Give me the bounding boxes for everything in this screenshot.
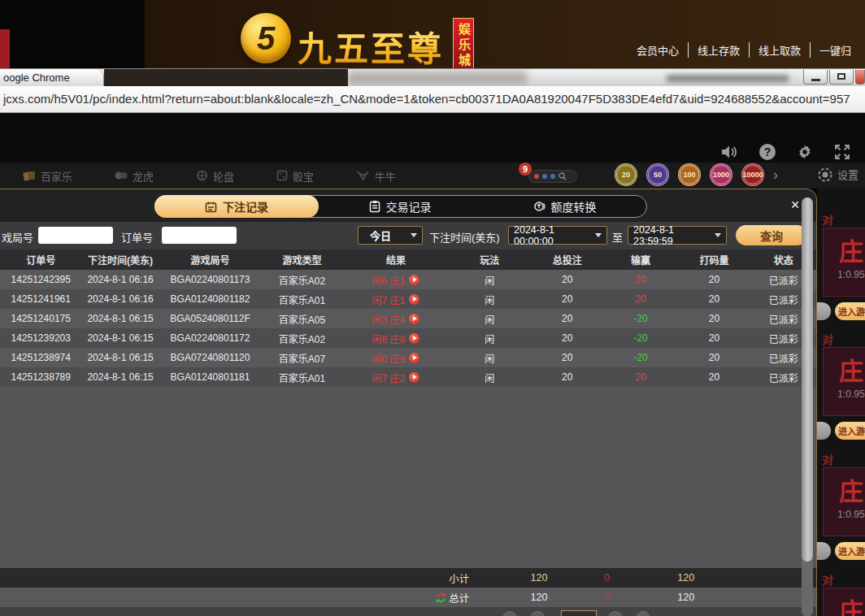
scrollbar-thumb[interactable]	[802, 197, 813, 562]
banker-odds: 1:0.95	[824, 388, 865, 400]
chip-1000[interactable]: 1000	[710, 163, 732, 186]
member-center-link[interactable]: 会员中心	[628, 42, 689, 58]
settings-gear-icon[interactable]	[797, 144, 813, 160]
round-filter-label: 戏局号	[2, 229, 33, 245]
tab-bet-records[interactable]: 下注记录	[154, 195, 319, 218]
enter-game-button[interactable]: 进入游戏	[835, 422, 865, 440]
first-page-button[interactable]	[502, 611, 517, 616]
table-body: 14251242395 2024-8-1 06:16 BGA0224080117…	[0, 270, 816, 387]
url-text[interactable]: jcxs.com/h5V01/pc/index.html?return=abou…	[0, 86, 865, 112]
tab-label: 额度转换	[551, 198, 597, 215]
tab-label: 下注记录	[223, 198, 268, 215]
col-header-round-id: 游戏局号	[159, 253, 262, 267]
close-window-button[interactable]	[855, 70, 865, 85]
nav-item-baccarat[interactable]: 百家乐	[23, 168, 72, 184]
help-icon[interactable]: ?	[759, 144, 776, 160]
nav-item-dragon-tiger[interactable]: 龙虎	[115, 168, 154, 184]
cell-play: 闲	[449, 351, 530, 365]
replay-play-icon[interactable]	[409, 314, 419, 324]
nav-item-label: 牛牛	[375, 168, 396, 184]
page-number-input[interactable]	[561, 610, 597, 616]
demo-button[interactable]	[817, 542, 831, 560]
search-button[interactable]: 查询	[736, 225, 807, 245]
grand-total-row: 总计 120 0 120	[0, 588, 816, 607]
banker-bet-zone[interactable]: 庄1:0.95	[823, 228, 865, 297]
pager-dot[interactable]	[550, 174, 555, 179]
browser-title-bar[interactable]: oogle Chrome	[0, 68, 865, 88]
result-text: 闲3 庄4	[372, 312, 406, 326]
pair-bet-label: 对	[822, 211, 833, 228]
tab-transaction-records[interactable]: 交易记录	[318, 196, 482, 217]
transaction-record-icon	[369, 200, 380, 213]
cell-bet-time: 2024-8-1 06:15	[81, 371, 159, 383]
date-range-select[interactable]: 今日	[358, 226, 423, 245]
fullscreen-icon[interactable]	[834, 144, 850, 160]
cell-order-id: 14251239203	[0, 332, 81, 344]
lobby-table-card: 对1:1 庄1:0.95	[817, 571, 865, 616]
result-text: 闲7 庄2	[372, 371, 406, 384]
replay-play-icon[interactable]	[409, 333, 419, 344]
tab-credit-transfer[interactable]: 额度转换	[482, 196, 646, 217]
grand-total-turnover: 120	[677, 592, 750, 603]
subtotal-row: 小计 120 0 120	[0, 568, 816, 588]
table-pager-pill[interactable]	[528, 170, 577, 183]
date-to-select[interactable]: 2024-8-1 23:59:59	[628, 226, 727, 245]
nav-item-label: 龙虎	[133, 168, 154, 184]
nav-item-sicbo[interactable]: 骰宝	[276, 168, 314, 184]
chip-50[interactable]: 50	[646, 163, 669, 186]
last-page-button[interactable]	[636, 611, 650, 616]
enter-game-button[interactable]: 进入游戏	[835, 542, 865, 560]
chip-value: 50	[654, 171, 662, 179]
maximize-button[interactable]	[829, 70, 854, 85]
cell-total-bet: 20	[531, 274, 604, 285]
minimize-icon	[811, 79, 820, 81]
round-filter-input[interactable]	[38, 227, 113, 244]
pair-bet-label: 对	[822, 331, 833, 347]
order-filter-input[interactable]	[162, 227, 237, 244]
minimize-button[interactable]	[803, 70, 828, 85]
table-row: 14251238974 2024-8-1 06:15 BGA0724080112…	[0, 348, 816, 367]
volume-icon[interactable]	[720, 144, 738, 160]
banker-bet-zone[interactable]: 庄1:0.95	[823, 588, 865, 616]
search-magnifier-icon[interactable]	[559, 172, 567, 180]
demo-button[interactable]	[817, 302, 831, 320]
cell-win-loss: -20	[604, 332, 677, 344]
browser-url-bar[interactable]: jcxs.com/h5V01/pc/index.html?return=abou…	[0, 86, 865, 113]
pager-dot[interactable]	[542, 174, 547, 179]
chip-20[interactable]: 20	[615, 163, 637, 186]
nav-item-bull[interactable]: 牛牛	[356, 168, 396, 184]
pager-dot[interactable]	[534, 174, 539, 179]
nav-item-roulette[interactable]: 轮盘	[196, 168, 234, 184]
cell-total-bet: 20	[531, 371, 604, 383]
grand-total-bet: 120	[531, 592, 604, 603]
withdraw-link[interactable]: 线上取款	[750, 42, 811, 58]
replay-play-icon[interactable]	[409, 294, 419, 305]
date-from-select[interactable]: 2024-8-1 00:00:00	[508, 226, 607, 245]
banker-bet-zone[interactable]: 庄1:0.95	[823, 467, 865, 536]
one-key-link[interactable]: 一键归	[811, 42, 860, 58]
more-chips-arrow[interactable]: ›	[773, 163, 778, 186]
banker-label: 庄	[824, 240, 865, 264]
banker-bet-zone[interactable]: 庄1:0.95	[823, 347, 865, 416]
next-page-button[interactable]	[608, 611, 623, 616]
enter-game-button[interactable]: 进入游戏	[835, 302, 865, 320]
table-row: 14251240175 2024-8-1 06:15 BGA0524080112…	[0, 309, 816, 328]
cell-turnover: 20	[677, 352, 750, 363]
prev-page-button[interactable]	[530, 611, 545, 616]
chip-100[interactable]: 100	[678, 163, 701, 186]
replay-play-icon[interactable]	[409, 372, 419, 383]
deposit-link[interactable]: 线上存款	[689, 42, 750, 58]
settings-button[interactable]: 设置	[818, 167, 858, 182]
demo-button[interactable]	[817, 422, 831, 440]
bull-icon	[356, 170, 370, 181]
replay-play-icon[interactable]	[409, 353, 419, 363]
chevron-down-icon	[715, 233, 721, 237]
replay-play-icon[interactable]	[409, 275, 419, 285]
tab-label: 交易记录	[386, 198, 432, 215]
cell-play: 闲	[449, 371, 530, 384]
modal-scrollbar[interactable]	[802, 197, 813, 616]
chip-10000[interactable]: 10000	[741, 163, 764, 186]
cell-total-bet: 20	[531, 313, 604, 324]
site-logo-badge: 娱乐城	[453, 18, 474, 73]
refresh-icon[interactable]	[435, 592, 447, 604]
